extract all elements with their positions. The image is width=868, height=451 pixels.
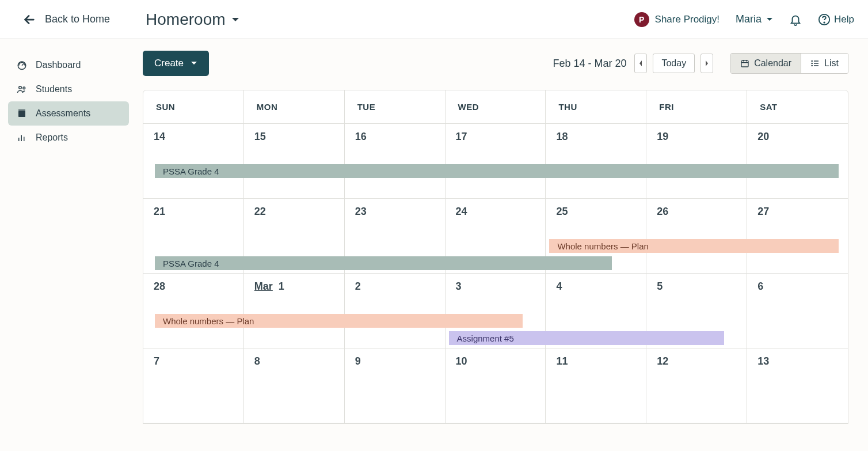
day-number: 4	[556, 281, 635, 293]
svg-rect-11	[741, 60, 748, 67]
arrow-left-icon	[23, 13, 36, 26]
help-icon	[818, 13, 831, 26]
today-label: Today	[661, 58, 686, 68]
calendar-event[interactable]: PSSA Grade 4	[155, 164, 839, 178]
reports-icon	[16, 132, 28, 143]
sidebar-item-label: Reports	[36, 132, 68, 143]
view-calendar-button[interactable]: Calendar	[731, 54, 801, 73]
calendar-day-cell[interactable]: 6	[747, 274, 848, 348]
caret-down-icon	[191, 61, 197, 66]
calendar-day-cell[interactable]: 12	[646, 348, 747, 423]
day-number: 8	[254, 355, 334, 367]
day-number: 12	[657, 355, 736, 367]
day-number: 19	[657, 131, 736, 143]
chevron-left-icon	[638, 60, 643, 67]
calendar-day-cell[interactable]: 18	[546, 124, 646, 199]
svg-point-4	[19, 86, 22, 89]
day-header: THU	[546, 90, 646, 124]
day-number: 5	[657, 281, 736, 293]
bell-icon	[789, 13, 802, 26]
day-number: Mar1	[254, 281, 334, 293]
day-header: WED	[446, 90, 546, 124]
day-header: FRI	[646, 90, 747, 124]
day-number: 22	[254, 206, 334, 218]
sidebar-item-label: Assessments	[36, 108, 90, 119]
calendar-view-label: Calendar	[754, 58, 791, 69]
calendar-icon	[740, 59, 749, 68]
list-icon	[810, 59, 820, 68]
day-number: 28	[154, 281, 233, 293]
calendar-day-cell[interactable]: Mar1	[244, 274, 345, 348]
calendar-day-cell[interactable]: 9	[345, 348, 446, 423]
calendar-day-cell[interactable]: 19	[646, 124, 747, 199]
day-header: SUN	[143, 90, 244, 124]
next-button[interactable]	[701, 54, 713, 73]
day-number: 20	[757, 131, 837, 143]
prev-button[interactable]	[634, 54, 647, 73]
prodigy-badge-icon: P	[634, 12, 649, 27]
day-number: 10	[456, 355, 535, 367]
day-header: SAT	[747, 90, 848, 124]
sidebar-item-dashboard[interactable]: Dashboard	[8, 53, 129, 77]
calendar-day-cell[interactable]: 11	[546, 348, 646, 423]
day-number: 25	[556, 206, 635, 218]
calendar-day-cell[interactable]: 15	[244, 124, 345, 199]
today-button[interactable]: Today	[653, 54, 695, 73]
calendar-day-cell[interactable]: 27	[747, 199, 848, 274]
sidebar-item-students[interactable]: Students	[8, 77, 129, 101]
calendar-event[interactable]: PSSA Grade 4	[155, 256, 612, 270]
calendar-day-cell[interactable]: 26	[646, 199, 747, 274]
top-bar: Back to Home Homeroom P Share Prodigy! M…	[0, 0, 868, 39]
day-header: MON	[244, 90, 345, 124]
calendar-day-cell[interactable]: 2	[345, 274, 446, 348]
calendar-day-cell[interactable]: 10	[446, 348, 546, 423]
sidebar-item-label: Dashboard	[36, 60, 81, 70]
user-menu[interactable]: Maria	[736, 13, 773, 25]
calendar-day-cell[interactable]: 14	[143, 124, 244, 199]
calendar-event[interactable]: Assignment #5	[449, 331, 725, 345]
back-to-home-link[interactable]: Back to Home	[23, 13, 110, 26]
notifications-button[interactable]	[789, 13, 802, 26]
svg-point-5	[23, 87, 25, 89]
svg-point-2	[824, 22, 824, 22]
back-label: Back to Home	[45, 13, 110, 25]
view-list-button[interactable]: List	[801, 54, 848, 73]
caret-down-icon	[231, 17, 239, 22]
help-button[interactable]: Help	[818, 13, 854, 26]
calendar-day-cell[interactable]: 13	[747, 348, 848, 423]
caret-down-icon	[766, 17, 773, 22]
calendar-event[interactable]: Whole numbers — Plan	[155, 314, 523, 328]
class-name: Homeroom	[146, 10, 225, 29]
day-number: 15	[254, 131, 334, 143]
svg-point-19	[812, 65, 812, 66]
create-button[interactable]: Create	[143, 51, 209, 76]
calendar-day-cell[interactable]: 28	[143, 274, 244, 348]
calendar-day-cell[interactable]: 7	[143, 348, 244, 423]
calendar-day-cell[interactable]: 20	[747, 124, 848, 199]
chevron-right-icon	[705, 60, 709, 67]
svg-point-15	[812, 60, 812, 61]
svg-point-17	[812, 63, 812, 63]
svg-rect-7	[18, 109, 25, 111]
day-number: 26	[657, 206, 736, 218]
list-view-label: List	[824, 58, 839, 69]
calendar-day-cell[interactable]: 16	[345, 124, 446, 199]
create-label: Create	[154, 58, 184, 69]
help-label: Help	[834, 14, 854, 25]
class-selector[interactable]: Homeroom	[146, 10, 239, 29]
day-number: 11	[556, 355, 635, 367]
share-prodigy-link[interactable]: P Share Prodigy!	[634, 12, 719, 27]
day-number: 27	[757, 206, 837, 218]
calendar-day-cell[interactable]: 8	[244, 348, 345, 423]
calendar: SUNMONTUEWEDTHUFRISAT 141516171819202122…	[143, 90, 848, 424]
sidebar-item-label: Students	[36, 84, 72, 94]
calendar-event[interactable]: Whole numbers — Plan	[549, 239, 839, 253]
assessments-icon	[16, 108, 28, 119]
sidebar-item-assessments[interactable]: Assessments	[8, 101, 129, 126]
day-number: 14	[154, 131, 233, 143]
sidebar-item-reports[interactable]: Reports	[8, 126, 129, 150]
calendar-day-cell[interactable]: 17	[446, 124, 546, 199]
day-number: 2	[355, 281, 435, 293]
sidebar: DashboardStudentsAssessmentsReports	[0, 39, 137, 424]
day-number: 13	[757, 355, 837, 367]
